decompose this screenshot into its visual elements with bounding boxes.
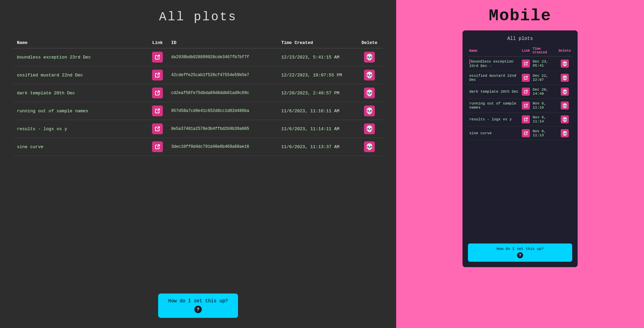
m-cell-delete: 💀 — [557, 99, 572, 113]
mobile-help-label: How do I set this up? — [497, 247, 544, 251]
m-cell-delete: 💀 — [557, 71, 572, 85]
link-button[interactable] — [152, 106, 163, 116]
link-button[interactable] — [152, 52, 163, 63]
m-cell-time: Dec 20, 14:49 — [531, 85, 557, 99]
cell-id: 957d58a7cd9e41c652d8cc1d02d486ba — [168, 102, 278, 120]
cell-delete: 💀 — [356, 66, 383, 84]
col-header-name: Name — [14, 38, 147, 48]
link-button[interactable] — [152, 70, 163, 80]
cell-link — [147, 138, 168, 156]
cell-delete: 💀 — [356, 120, 383, 138]
mobile-help-button[interactable]: How do I set this up? ? — [468, 243, 572, 262]
question-icon: ? — [194, 306, 202, 313]
m-cell-link — [520, 71, 531, 85]
m-cell-name: ossified mustard 22nd Dec — [468, 71, 520, 85]
m-external-link-icon — [524, 117, 528, 121]
m-cell-name: sine curve — [468, 126, 520, 140]
cell-delete: 💀 — [356, 138, 383, 156]
skull-icon: 💀 — [366, 71, 373, 79]
mobile-table-row: boundless exception 23rd Dec - Dec 23, 0… — [468, 56, 572, 71]
m-skull-icon: 💀 — [562, 89, 567, 94]
m-cell-delete: 💀 — [557, 113, 572, 126]
m-col-header-delete: Delete — [557, 45, 572, 56]
m-skull-icon: 💀 — [562, 131, 567, 136]
active-bar — [469, 59, 470, 64]
delete-button[interactable]: 💀 — [364, 88, 375, 98]
mobile-help-container: How do I set this up? ? — [468, 237, 572, 262]
table-row: ossified mustard 22nd Dec 42cdeffe25cab1… — [14, 66, 383, 84]
delete-button[interactable]: 💀 — [364, 141, 375, 152]
cell-name: dark template 20th Dec — [14, 84, 147, 102]
skull-icon: 💀 — [366, 125, 373, 133]
external-link-icon — [155, 72, 160, 78]
cell-delete: 💀 — [356, 102, 383, 120]
external-link-icon — [155, 54, 160, 60]
m-delete-button[interactable]: 💀 — [561, 129, 569, 137]
m-cell-time: Dec 22, 22:07 — [531, 71, 557, 85]
help-button[interactable]: How do I set this up? ? — [158, 294, 238, 318]
mobile-table-row: results - logx vs y Nov 6, 11:14 💀 — [468, 113, 572, 126]
delete-button[interactable]: 💀 — [364, 70, 375, 80]
m-col-header-time: TimeCreated — [531, 45, 557, 56]
link-button[interactable] — [152, 88, 163, 98]
cell-id: 42cdeffe25cab1f528cf47554e59b5e7 — [168, 66, 278, 84]
m-cell-time: Nov 6, 11:14 — [531, 113, 557, 126]
m-delete-button[interactable]: 💀 — [561, 101, 569, 110]
skull-icon: 💀 — [366, 143, 373, 150]
cell-delete: 💀 — [356, 84, 383, 102]
cell-id: 3dec10ff0d4dc791d40e6b469a60ae16 — [168, 138, 278, 156]
m-external-link-icon — [524, 131, 528, 135]
left-panel: All plots Name Link ID Time Created Dele… — [0, 0, 396, 328]
cell-name: sine curve — [14, 138, 147, 156]
cell-id: cd2eaf56fe75dbda89d8ddb01ad9c69c — [168, 84, 278, 102]
m-delete-button[interactable]: 💀 — [561, 74, 569, 82]
link-button[interactable] — [152, 123, 163, 134]
m-external-link-icon — [524, 62, 528, 66]
m-link-button[interactable] — [522, 129, 530, 137]
delete-button[interactable]: 💀 — [364, 106, 375, 116]
cell-link — [147, 120, 168, 138]
m-link-button[interactable] — [522, 88, 530, 96]
m-link-button[interactable] — [522, 115, 530, 123]
link-button[interactable] — [152, 141, 163, 152]
mobile-title: Mobile — [489, 7, 552, 25]
delete-button[interactable]: 💀 — [364, 123, 375, 134]
m-cell-name: dark template 20th Dec — [468, 85, 520, 99]
m-link-button[interactable] — [522, 60, 530, 68]
cell-link — [147, 102, 168, 120]
table-row: dark template 20th Dec cd2eaf56fe75dbda8… — [14, 84, 383, 102]
main-title: All plots — [159, 10, 237, 24]
cell-time: 12/23/2023, 5:41:15 AM — [278, 48, 357, 66]
m-cell-delete: 💀 — [557, 85, 572, 99]
skull-icon: 💀 — [366, 107, 373, 115]
cell-id: 8e5a37481a2578e3b4ffbd2b9b39a605 — [168, 120, 278, 138]
m-cell-time: Nov 6, 11:16 — [531, 99, 557, 113]
m-external-link-icon — [524, 90, 528, 94]
cell-time: 12/22/2023, 10:07:55 PM — [278, 66, 357, 84]
cell-time: 11/6/2023, 11:14:11 AM — [278, 120, 357, 138]
cell-time: 11/6/2023, 11:16:11 AM — [278, 102, 357, 120]
mobile-subtitle: All plots — [468, 36, 572, 41]
m-link-button[interactable] — [522, 101, 530, 110]
cell-link — [147, 48, 168, 66]
table-row: boundless exception 23rd Dec da2938bdb02… — [14, 48, 383, 66]
mobile-frame: All plots Name Link TimeCreated Delete b… — [463, 30, 578, 267]
m-cell-time: Nov 6, 11:13 — [531, 126, 557, 140]
m-cell-delete: 💀 — [557, 126, 572, 140]
m-delete-button[interactable]: 💀 — [561, 60, 569, 68]
external-link-icon — [155, 90, 160, 96]
cell-time: 11/6/2023, 11:13:37 AM — [278, 138, 357, 156]
delete-button[interactable]: 💀 — [364, 52, 375, 63]
col-header-id: ID — [168, 38, 278, 48]
table-row: running out of sample names 957d58a7cd9e… — [14, 102, 383, 120]
mobile-table-row: dark template 20th Dec Dec 20, 14:49 💀 — [468, 85, 572, 99]
m-external-link-icon — [524, 103, 528, 108]
m-skull-icon: 💀 — [562, 117, 567, 122]
external-link-icon — [155, 108, 160, 114]
m-delete-button[interactable]: 💀 — [561, 88, 569, 96]
m-link-button[interactable] — [522, 74, 530, 82]
mobile-question-icon: ? — [517, 252, 523, 258]
cell-name: results - logx vs y — [14, 120, 147, 138]
m-cell-time: Dec 23, 05:41 — [531, 56, 557, 71]
m-delete-button[interactable]: 💀 — [561, 115, 569, 123]
